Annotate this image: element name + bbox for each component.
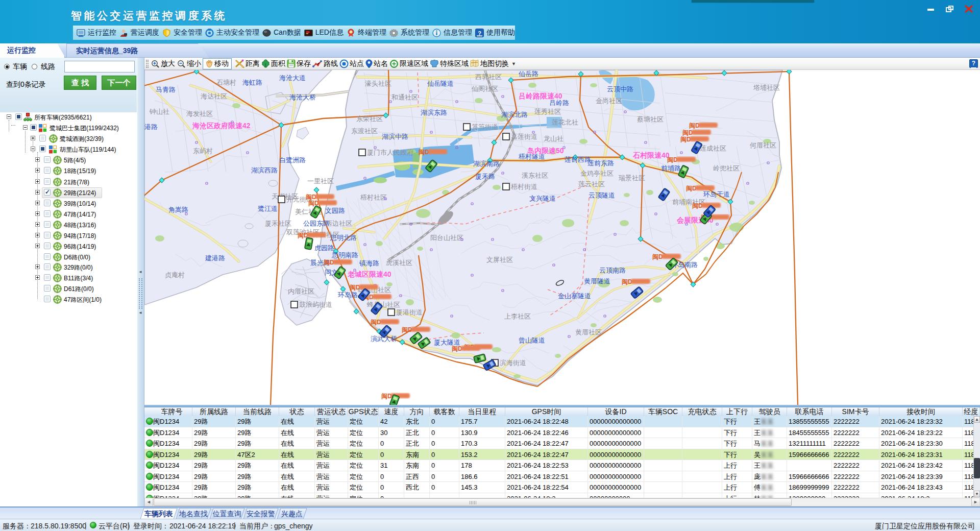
svg-text:蔡塘社区: 蔡塘社区 [637,115,664,123]
svg-text:闽D: 闽D [452,345,462,352]
svg-text:莲秀社区: 莲秀社区 [534,108,561,115]
svg-text:阳台山社区: 阳台山社区 [430,234,463,242]
svg-text:文园路: 文园路 [325,207,345,214]
svg-text:虎园路: 虎园路 [314,244,334,252]
svg-text:闽D: 闽D [680,136,691,143]
svg-text:鼓浪屿街道: 鼓浪屿街道 [299,301,332,308]
svg-text:东荣社区: 东荣社区 [356,115,383,123]
svg-text:闽D: 闽D [308,200,319,207]
svg-text:虎溪社区: 虎溪社区 [386,259,412,267]
svg-text:环岛路: 环岛路 [337,291,358,299]
svg-text:文兴隧道: 文兴隧道 [529,195,556,202]
svg-text:闽D: 闽D [682,129,693,136]
svg-text:仙岳路: 仙岳路 [519,70,538,78]
svg-text:曾山隧道: 曾山隧道 [519,336,545,344]
svg-text:西郭社区: 西郭社区 [475,73,502,81]
svg-text:湖滨北路: 湖滨北路 [501,111,528,118]
svg-text:白鹭洲路: 白鹭洲路 [279,156,306,164]
svg-text:湖滨中路: 湖滨中路 [382,133,408,140]
svg-text:厦禾路: 厦禾路 [475,173,495,180]
svg-text:闽D: 闽D [622,278,632,285]
svg-text:和通社区: 和通社区 [391,93,418,101]
svg-text:东渡社区: 东渡社区 [351,127,378,135]
svg-text:湖滨东路: 湖滨东路 [421,109,447,116]
svg-text:云顶中路: 云顶中路 [607,85,633,93]
svg-text:闽D: 闽D [381,393,392,400]
svg-text:贞庵村: 贞庵村 [165,271,185,279]
svg-text:金山寨隧道: 金山寨隧道 [558,292,591,300]
svg-text:闽D: 闽D [692,202,703,209]
svg-text:金鸡亭社区: 金鸡亭社区 [580,170,614,177]
svg-text:闽D: 闽D [652,253,663,260]
svg-text:前埔路: 前埔路 [661,164,681,172]
svg-text:梧村街道: 梧村街道 [511,183,537,190]
svg-text:闽D: 闽D [686,185,697,192]
svg-text:上李社区: 上李社区 [504,312,531,320]
svg-text:闽D: 闽D [689,122,700,129]
svg-text:海沧大桥: 海沧大桥 [289,93,316,101]
svg-text:吕岭路限速40: 吕岭路限速40 [519,92,562,100]
svg-text:龙山社: 龙山社 [544,135,564,142]
svg-text:石塘村: 石塘村 [216,79,236,86]
svg-text:黄厝隧道: 黄厝隧道 [584,277,610,285]
svg-text:闽D: 闽D [667,156,678,163]
svg-text:港路: 港路 [144,123,158,131]
svg-text:建港路: 建港路 [205,254,225,262]
svg-text:海达社区: 海达社区 [201,92,227,100]
svg-text:滨海街道: 滨海街道 [500,359,526,367]
svg-text:梧村社区: 梧村社区 [360,194,387,201]
svg-text:瑞景社区: 瑞景社区 [619,174,645,182]
svg-text:仙岳隧道: 仙岳隧道 [427,80,454,87]
svg-text:岭兜社区: 岭兜社区 [713,164,740,172]
svg-text:东屿村: 东屿村 [193,147,213,155]
svg-text:环岛干道: 环岛干道 [703,190,730,198]
svg-text:蜂巢山社区: 蜂巢山社区 [367,301,400,308]
svg-text:云顶南路: 云顶南路 [599,267,626,274]
svg-text:湖滨南路: 湖滨南路 [473,160,500,167]
svg-text:思明南路: 思明南路 [331,251,358,259]
svg-text:?: ? [478,30,481,36]
svg-text:金尚社区: 金尚社区 [596,97,622,105]
svg-text:海虹路: 海虹路 [242,79,262,86]
svg-text:闽D: 闽D [371,319,381,326]
svg-text:马青路: 马青路 [156,86,176,93]
svg-text:莲云社区: 莲云社区 [578,180,605,188]
svg-text:西边社区: 西边社区 [326,220,352,227]
svg-text:莲成社区: 莲成社区 [700,144,726,152]
svg-text:角嵩路: 角嵩路 [168,206,188,213]
svg-text:仙阁社区: 仙阁社区 [472,85,498,92]
svg-text:老城区限速40: 老城区限速40 [347,270,391,278]
svg-text:岛内限速50: 岛内限速50 [527,147,564,155]
svg-text:溪东社区: 溪东社区 [522,172,548,179]
svg-text:云顶隧道: 云顶隧道 [589,191,615,199]
svg-text:莲前东路: 莲前东路 [587,159,614,167]
svg-text:钟山社: 钟山社 [149,108,169,115]
svg-text:吕岭路: 吕岭路 [549,99,569,107]
svg-text:文屏社区: 文屏社区 [486,256,513,263]
svg-text:塔埔社区: 塔埔社区 [753,84,780,91]
svg-text:嘉莲街道: 嘉莲街道 [511,133,537,140]
svg-text:濠头社区: 濠头社区 [364,80,391,87]
svg-text:一里社区: 一里社区 [307,177,334,185]
svg-text:筼筜街道: 筼筜街道 [472,123,498,131]
svg-text:湖滨西路: 湖滨西路 [251,166,278,174]
svg-text:石村限速40: 石村限速40 [632,151,670,159]
svg-text:鹭江道: 鹭江道 [258,205,278,212]
svg-text:海沧大道: 海沧大道 [279,74,306,82]
svg-text:闽D: 闽D [419,149,429,156]
svg-text:莲花北社: 莲花北社 [552,118,578,126]
svg-text:镇海路: 镇海路 [359,259,379,267]
svg-text:闽D: 闽D [324,259,334,266]
svg-text:厦门市人民政府: 厦门市人民政府 [367,149,413,156]
svg-text:厦禾社区: 厦禾社区 [265,220,291,227]
svg-text:闽D: 闽D [350,284,360,291]
svg-text:闽D: 闽D [402,326,412,333]
svg-text:海沧区政府限速42: 海沧区政府限速42 [192,122,251,130]
svg-text:厦港街道: 厦港街道 [396,308,423,316]
svg-text:海发社区: 海发社区 [186,110,213,117]
svg-text:黄厝社区: 黄厝社区 [575,328,602,336]
svg-text:内厝社区: 内厝社区 [288,287,314,295]
svg-text:何厝社区: 何厝社区 [749,141,776,149]
